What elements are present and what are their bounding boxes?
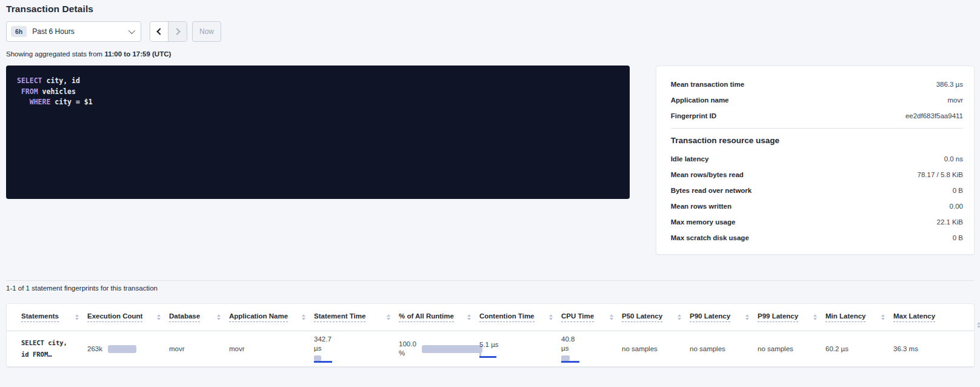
statements-table-header: Statements Execution Count Database Appl… bbox=[7, 304, 974, 331]
column-label: P90 Latency bbox=[690, 312, 730, 322]
stat-value: ee2df683f5aa9411 bbox=[905, 112, 963, 119]
stat-value: 386.3 µs bbox=[936, 81, 963, 88]
summary-section: SELECT city, id FROM vehicles WHERE city… bbox=[6, 66, 975, 255]
stat-label: Bytes read over network bbox=[671, 187, 752, 194]
contention-time-bar bbox=[479, 352, 504, 358]
execution-count-bar bbox=[108, 345, 136, 353]
column-label: % of All Runtime bbox=[399, 312, 454, 322]
cell-max-latency: 36.3 ms bbox=[893, 331, 959, 366]
stat-value: 0.00 bbox=[950, 203, 963, 210]
stat-row-bytes-read-over-network: Bytes read over network 0 B bbox=[671, 183, 963, 198]
table-row: SELECT city, id FROM… 263k movr movr 342… bbox=[7, 331, 974, 367]
cell-cpu-time: 40.8 µs bbox=[561, 331, 622, 366]
statement-time-bar bbox=[314, 355, 344, 363]
stat-row-idle-latency: Idle latency 0.0 ns bbox=[671, 151, 963, 167]
column-label: P50 Latency bbox=[622, 312, 662, 322]
page-title: Transaction Details bbox=[6, 4, 975, 15]
stat-value: movr bbox=[947, 96, 963, 104]
transaction-details-page: Transaction Details 6h Past 6 Hours Now … bbox=[0, 0, 980, 387]
now-button[interactable]: Now bbox=[192, 21, 221, 42]
stat-label: Mean transaction time bbox=[671, 81, 744, 88]
time-range-label: Past 6 Hours bbox=[32, 27, 128, 36]
sql-keyword: FROM bbox=[17, 87, 38, 96]
cutoff-sort-icon bbox=[977, 316, 980, 328]
column-label: Statement Time bbox=[314, 312, 365, 322]
stat-label: Max memory usage bbox=[671, 218, 736, 226]
statement-link-line1[interactable]: SELECT city, bbox=[21, 337, 67, 349]
column-label: Database bbox=[169, 312, 200, 322]
cell-min-latency: 60.2 µs bbox=[825, 331, 893, 366]
time-controls: 6h Past 6 Hours Now bbox=[6, 21, 975, 42]
stat-row-mean-transaction-time: Mean transaction time 386.3 µs bbox=[671, 76, 963, 92]
column-header-application-name[interactable]: Application Name bbox=[229, 304, 314, 331]
sql-text: vehicles bbox=[38, 87, 76, 96]
stat-label: Mean rows written bbox=[671, 203, 732, 210]
aggregation-range-prefix: Showing aggregated stats from bbox=[6, 50, 104, 58]
stat-label: Mean rows/bytes read bbox=[671, 171, 744, 178]
stat-row-mean-rows-bytes-read: Mean rows/bytes read 78.17 / 5.8 KiB bbox=[671, 167, 963, 183]
column-header-cpu-time[interactable]: CPU Time bbox=[561, 304, 622, 331]
stat-value: 0 B bbox=[953, 234, 963, 241]
column-header-max-latency[interactable]: Max Latency bbox=[893, 304, 959, 331]
column-header-database[interactable]: Database bbox=[169, 304, 229, 331]
column-header-p50-latency[interactable]: P50 Latency bbox=[622, 304, 690, 331]
stat-label: Idle latency bbox=[671, 155, 709, 163]
cpu-time-unit: µs bbox=[561, 344, 568, 353]
stat-row-application-name: Application name movr bbox=[671, 92, 963, 108]
sort-icon bbox=[467, 314, 471, 320]
sort-icon bbox=[217, 314, 221, 320]
cell-database: movr bbox=[169, 331, 229, 366]
chevron-right-icon bbox=[173, 28, 180, 35]
aggregation-range-value: 11:00 to 17:59 (UTC) bbox=[104, 50, 171, 58]
aggregation-range-text: Showing aggregated stats from 11:00 to 1… bbox=[6, 50, 975, 58]
stat-value: 0.0 ns bbox=[944, 155, 963, 163]
stat-value: 0 B bbox=[953, 187, 963, 194]
cell-application-name: movr bbox=[229, 331, 314, 366]
column-header-p90-latency[interactable]: P90 Latency bbox=[690, 304, 758, 331]
cell-statement[interactable]: SELECT city, id FROM… bbox=[21, 331, 87, 366]
sql-statement-box: SELECT city, id FROM vehicles WHERE city… bbox=[6, 66, 630, 199]
sql-text: city = $1 bbox=[50, 98, 92, 106]
column-header-min-latency[interactable]: Min Latency bbox=[825, 304, 893, 331]
pct-runtime-bar bbox=[422, 345, 482, 353]
cell-p99-latency: no samples bbox=[758, 331, 825, 366]
sort-icon bbox=[302, 314, 305, 320]
stat-label: Fingerprint ID bbox=[671, 112, 716, 119]
column-label: Max Latency bbox=[893, 312, 935, 322]
pct-runtime-value: 100.0 bbox=[399, 340, 416, 349]
resource-usage-heading: Transaction resource usage bbox=[671, 136, 963, 145]
sql-keyword: SELECT bbox=[17, 76, 42, 85]
column-header-statement-time[interactable]: Statement Time bbox=[314, 304, 399, 331]
sort-icon bbox=[387, 314, 390, 320]
sql-keyword: WHERE bbox=[17, 98, 50, 106]
column-header-contention-time[interactable]: Contention Time bbox=[479, 304, 561, 331]
time-range-badge: 6h bbox=[11, 26, 27, 37]
sql-text: city, id bbox=[42, 76, 80, 85]
cell-pct-of-all-runtime: 100.0 % bbox=[399, 331, 479, 366]
column-label: P99 Latency bbox=[758, 312, 798, 322]
cell-statement-time: 342.7 µs bbox=[314, 331, 399, 366]
column-header-execution-count[interactable]: Execution Count bbox=[87, 304, 169, 331]
column-label: Statements bbox=[21, 312, 59, 322]
sort-icon bbox=[813, 314, 817, 320]
stat-label: Max scratch disk usage bbox=[671, 234, 749, 241]
stat-label: Application name bbox=[671, 96, 729, 104]
chevron-left-icon bbox=[156, 28, 163, 35]
cell-p50-latency: no samples bbox=[622, 331, 690, 366]
column-header-p99-latency[interactable]: P99 Latency bbox=[758, 304, 825, 331]
previous-interval-button[interactable] bbox=[150, 22, 168, 41]
statement-time-unit: µs bbox=[314, 344, 321, 353]
column-label: CPU Time bbox=[561, 312, 594, 322]
column-header-statements[interactable]: Statements bbox=[21, 304, 87, 331]
cpu-time-bar bbox=[561, 355, 588, 363]
sort-icon bbox=[75, 314, 79, 320]
sort-icon bbox=[678, 314, 681, 320]
sort-icon bbox=[610, 314, 613, 320]
statement-link-line2[interactable]: id FROM… bbox=[21, 349, 52, 360]
column-label: Contention Time bbox=[479, 312, 535, 322]
column-header-pct-of-all-runtime[interactable]: % of All Runtime bbox=[399, 304, 479, 331]
statement-time-value: 342.7 bbox=[314, 335, 332, 344]
next-interval-button[interactable] bbox=[168, 22, 187, 41]
time-range-select[interactable]: 6h Past 6 Hours bbox=[6, 21, 141, 42]
column-label: Application Name bbox=[229, 312, 288, 322]
